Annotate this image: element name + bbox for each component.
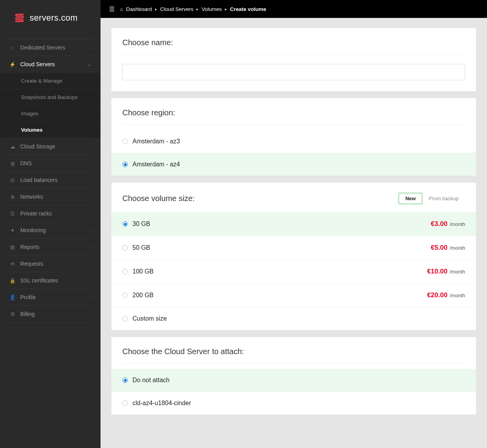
price-value: €10.00 (427, 268, 447, 275)
radio-icon (122, 139, 128, 144)
size-source-tabs: New From backup (399, 193, 465, 204)
price-unit: /month (450, 293, 465, 298)
sidebar-item-label: Private racks (20, 210, 52, 217)
panel-choose-attach: Choose the Cloud Server to attach: Do no… (111, 337, 476, 414)
sidebar-subitem-volumes[interactable]: Volumes (0, 122, 101, 138)
radio-icon (122, 377, 128, 383)
user-icon: 👤 (9, 295, 16, 300)
main-column: ☰ ⌂ Dashboard ▸ Cloud Servers ▸ Volumes … (101, 0, 487, 448)
sidebar-subitem-create-manage[interactable]: Create & Manage (0, 72, 101, 89)
sidebar-item-billing[interactable]: ⧉ Billing › (7, 305, 94, 323)
sidebar-item-label: Reports (20, 244, 39, 250)
radio-label: 50 GB (132, 244, 150, 251)
radio-label: Amsterdam - az4 (132, 161, 180, 168)
brand-name: servers.com (30, 13, 78, 23)
tab-from-backup[interactable]: From backup (422, 193, 465, 204)
size-option-30gb[interactable]: 30 GB €3.00 /month (111, 212, 476, 236)
region-option-az3[interactable]: Amsterdam - az3 (111, 130, 476, 153)
logo-icon (14, 12, 25, 23)
sidebar-item-profile[interactable]: 👤 Profile › (7, 289, 94, 305)
chevron-right-icon: › (90, 194, 91, 199)
sidebar-item-label: Load balancers (20, 177, 58, 183)
volume-name-input[interactable] (122, 64, 465, 80)
comment-icon: ✉ (9, 261, 16, 267)
sidebar-item-monitoring[interactable]: ✦ Monitoring › (7, 222, 94, 238)
radio-icon (122, 221, 128, 227)
radio-label: Custom size (132, 315, 167, 322)
sidebar-item-dns[interactable]: ◍ DNS (7, 155, 94, 171)
sidebar-item-reports[interactable]: ▤ Reports › (7, 238, 94, 255)
radio-icon (122, 293, 128, 298)
radio-label: 30 GB (132, 220, 150, 228)
sidebar-subitem-snapshots[interactable]: Snapshots and Backups (0, 89, 101, 105)
sidebar-item-label: DNS (20, 160, 32, 166)
size-option-50gb[interactable]: 50 GB €5.00 /month (111, 236, 476, 259)
signal-icon: ⋑ (9, 194, 16, 200)
radio-icon (122, 400, 128, 406)
sidebar-item-networks[interactable]: ⋑ Networks › (7, 188, 94, 205)
radio-label: cld-az4-u1804-cinder (132, 400, 191, 407)
breadcrumb: ⌂ Dashboard ▸ Cloud Servers ▸ Volumes ▸ … (120, 6, 266, 12)
hamburger-icon[interactable]: ☰ (109, 5, 115, 13)
attach-option-server[interactable]: cld-az4-u1804-cinder (111, 392, 476, 414)
lock-icon: 🔒 (9, 278, 16, 284)
chevron-right-icon: › (90, 245, 91, 249)
bolt-icon: ⚡ (9, 62, 16, 67)
size-option-200gb[interactable]: 200 GB €20.00 /month (111, 283, 476, 307)
breadcrumb-sep-icon: ▸ (196, 7, 198, 11)
panel-title: Choose region: (122, 108, 465, 125)
sidebar-item-label: SSL certificates (20, 277, 58, 284)
sidebar-item-private-racks[interactable]: ☰ Private racks (7, 205, 94, 222)
sidebar-subitem-images[interactable]: Images (0, 105, 101, 122)
panel-title: Choose volume size: (122, 194, 399, 203)
content: Choose name: Choose region: Amsterdam - … (101, 18, 487, 432)
sidebar-item-label: Cloud Servers (20, 61, 55, 67)
chevron-down-icon: ⌄ (88, 62, 91, 67)
sidebar-item-cloud-storage[interactable]: ☁ Cloud Storage (7, 138, 94, 155)
sidebar-item-label: Dedicated Servers (20, 44, 65, 51)
price-value: €5.00 (431, 244, 448, 251)
panel-choose-size: Choose volume size: New From backup 30 G… (111, 183, 476, 330)
radio-label: Do not attach (132, 377, 169, 384)
radio-label: 100 GB (132, 268, 154, 275)
sidebar-item-label: Profile (20, 294, 36, 300)
sidebar: servers.com ⌂ Dedicated Servers › ⚡ Clou… (0, 0, 101, 448)
rack-icon: ☰ (9, 211, 16, 217)
file-icon: ▤ (9, 244, 16, 250)
price-value: €3.00 (431, 220, 448, 228)
monitor-icon: ✦ (9, 228, 16, 233)
radio-icon (122, 245, 128, 250)
tab-new[interactable]: New (399, 193, 422, 204)
server-icon: ⌂ (9, 45, 16, 51)
breadcrumb-item[interactable]: Volumes (201, 6, 222, 12)
sidebar-item-cloud-servers[interactable]: ⚡ Cloud Servers ⌄ (7, 56, 94, 72)
region-option-az4[interactable]: Amsterdam - az4 (111, 153, 476, 176)
sidebar-nav: ⌂ Dedicated Servers › ⚡ Cloud Servers ⌄ … (0, 39, 101, 323)
sidebar-item-load-balancers[interactable]: ⚖ Load balancers (7, 171, 94, 188)
breadcrumb-item-current: Create volume (230, 6, 266, 12)
price-unit: /month (450, 245, 465, 251)
radio-icon (122, 162, 128, 167)
topbar: ☰ ⌂ Dashboard ▸ Cloud Servers ▸ Volumes … (101, 0, 487, 18)
money-icon: ⧉ (9, 311, 16, 317)
panel-choose-name: Choose name: (111, 28, 476, 91)
radio-label: Amsterdam - az3 (132, 138, 180, 145)
sidebar-item-requests[interactable]: ✉ Requests (7, 255, 94, 272)
sidebar-item-ssl[interactable]: 🔒 SSL certificates (7, 272, 94, 289)
size-option-100gb[interactable]: 100 GB €10.00 /month (111, 259, 476, 283)
sidebar-item-label: Requests (20, 261, 43, 267)
chevron-right-icon: › (90, 228, 91, 233)
attach-option-none[interactable]: Do not attach (111, 369, 476, 392)
sidebar-item-dedicated-servers[interactable]: ⌂ Dedicated Servers › (7, 39, 94, 56)
home-icon[interactable]: ⌂ (120, 6, 123, 12)
sidebar-item-label: Cloud Storage (20, 143, 55, 150)
sidebar-item-label: Monitoring (20, 227, 46, 233)
chevron-right-icon: › (90, 312, 91, 316)
chevron-right-icon: › (90, 45, 91, 50)
brand-logo[interactable]: servers.com (0, 0, 101, 39)
panel-choose-region: Choose region: Amsterdam - az3 Amsterdam… (111, 98, 476, 176)
size-option-custom[interactable]: Custom size (111, 307, 476, 330)
breadcrumb-item[interactable]: Cloud Servers (160, 6, 194, 12)
breadcrumb-item[interactable]: Dashboard (126, 6, 152, 12)
chevron-right-icon: › (90, 295, 91, 300)
